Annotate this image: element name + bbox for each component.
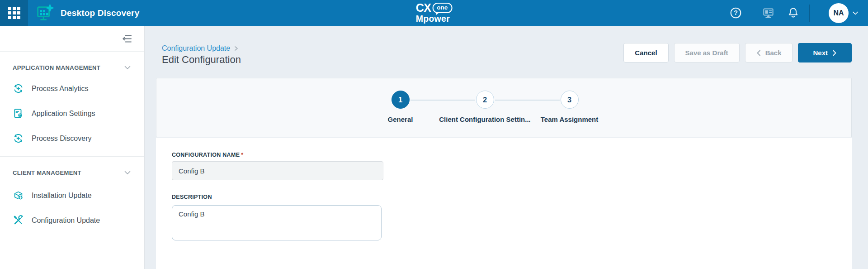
breadcrumb-parent-link[interactable]: Configuration Update [162, 44, 230, 53]
step-label: Team Assignment [541, 115, 599, 123]
step-label: Client Configuration Settin... [439, 115, 531, 123]
chevron-down-icon [852, 10, 859, 17]
top-header: Desktop Discovery CX one Mpower ? [0, 0, 868, 26]
general-form-card: CONFIGURATION NAME* DESCRIPTION Config B [156, 138, 852, 269]
sidebar-item-label: Installation Update [32, 192, 92, 200]
step-label: General [388, 115, 413, 123]
configuration-name-input[interactable] [172, 161, 383, 180]
step-team-assignment[interactable]: 3 Team Assignment [527, 91, 612, 123]
configuration-name-label: CONFIGURATION NAME* [172, 152, 243, 158]
description-textarea[interactable]: Config B [172, 205, 382, 240]
application-settings-icon [13, 108, 24, 119]
sidebar-item-installation-update[interactable]: Installation Update [0, 183, 144, 208]
breadcrumb-chevron-icon [233, 45, 239, 52]
section-label: CLIENT MANAGEMENT [13, 169, 81, 176]
sidebar-item-process-discovery[interactable]: Process Discovery [0, 126, 144, 151]
sidebar-divider [0, 156, 144, 157]
back-chevron-icon [756, 49, 761, 57]
required-asterisk: * [241, 152, 243, 158]
sidebar-section-application-management[interactable]: APPLICATION MANAGEMENT [13, 63, 132, 72]
avatar[interactable]: NA [829, 3, 849, 23]
step-number: 3 [561, 91, 579, 109]
next-button[interactable]: Next [798, 43, 852, 62]
app-launcher-button[interactable] [0, 0, 28, 26]
sidebar-item-application-settings[interactable]: Application Settings [0, 101, 144, 126]
bell-icon [787, 7, 799, 19]
main-content: Configuration Update Edit Configuration … [145, 26, 868, 269]
chevron-down-icon [123, 63, 132, 72]
chevron-down-icon [123, 168, 132, 177]
avatar-menu-button[interactable] [852, 10, 859, 17]
help-button[interactable]: ? [730, 7, 742, 19]
next-chevron-icon [832, 49, 837, 57]
cancel-button[interactable]: Cancel [623, 43, 668, 62]
presentation-board-icon [762, 7, 774, 19]
sidebar-item-label: Configuration Update [32, 216, 100, 225]
sidebar-collapse-row [0, 26, 144, 52]
step-general[interactable]: 1 General [358, 91, 443, 123]
step-client-configuration-settings[interactable]: 2 Client Configuration Settin... [443, 91, 527, 123]
sidebar-item-label: Application Settings [32, 110, 95, 118]
brand-mpower: Mpower [416, 14, 453, 24]
description-label: DESCRIPTION [172, 194, 212, 200]
header-divider [809, 5, 810, 22]
brand-cx: CX [416, 2, 431, 14]
sidebar: APPLICATION MANAGEMENT Process Analytics [0, 26, 145, 269]
save-as-draft-button[interactable]: Save as Draft [674, 43, 740, 62]
step-number: 1 [392, 91, 410, 109]
page-title: Edit Configuration [162, 54, 241, 66]
process-discovery-icon [13, 133, 24, 144]
breadcrumb: Configuration Update [162, 44, 239, 53]
sidebar-item-label: Process Analytics [32, 85, 88, 93]
sidebar-section-client-management[interactable]: CLIENT MANAGEMENT [13, 168, 132, 177]
step-number: 2 [476, 91, 494, 109]
app-title: Desktop Discovery [61, 8, 139, 18]
installation-update-icon [13, 190, 24, 201]
header-divider [752, 5, 752, 22]
wizard-stepper-panel: 1 General 2 Client Configuration Settin.… [156, 78, 852, 137]
svg-text:?: ? [734, 9, 738, 16]
notifications-button[interactable] [787, 7, 799, 19]
waffle-grid-icon [8, 7, 20, 19]
dashboard-board-button[interactable] [762, 7, 774, 19]
sidebar-item-configuration-update[interactable]: Configuration Update [0, 208, 144, 233]
sidebar-item-label: Process Discovery [32, 134, 91, 143]
process-analytics-icon [13, 83, 24, 94]
desktop-discovery-app-icon [34, 3, 55, 24]
configuration-update-icon [13, 215, 24, 226]
collapse-sidebar-icon[interactable] [122, 34, 132, 44]
help-icon: ? [730, 7, 742, 19]
sidebar-item-process-analytics[interactable]: Process Analytics [0, 76, 144, 101]
cxone-mpower-logo: CX one Mpower [416, 2, 453, 24]
back-button[interactable]: Back [745, 43, 793, 62]
action-buttons: Cancel Save as Draft Back Next [623, 43, 852, 62]
brand-one-bubble: one [432, 3, 452, 13]
section-label: APPLICATION MANAGEMENT [13, 64, 100, 71]
